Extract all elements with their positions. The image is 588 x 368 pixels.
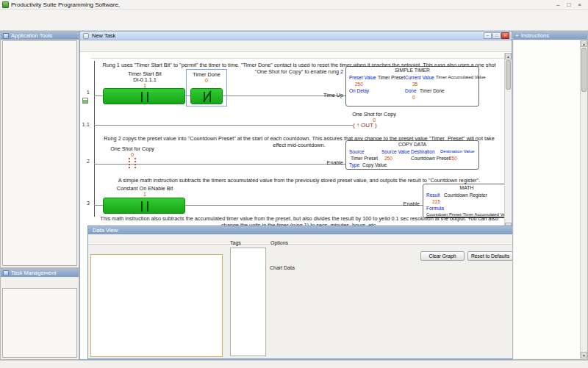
window-title: Productivity Suite Programming Software, [11, 1, 120, 8]
new-task-close-button[interactable]: × [501, 32, 509, 39]
copy-data-box[interactable]: COPY DATA Source Source Value Destinatio… [345, 140, 479, 170]
application-tools-title: Application Tools [11, 32, 52, 39]
data-view-panel: Data View Tags Options Clear Graph Reset… [87, 226, 513, 359]
options-label: Options [270, 240, 288, 245]
main-toolbar [0, 18, 588, 31]
contact-timer-done-value: 0 [187, 77, 226, 84]
nc-contact-timer-done[interactable] [190, 88, 223, 104]
simple-timer-box[interactable]: SIMPLE TIMER Preset Value Timer Preset C… [345, 66, 479, 107]
new-task-title: New Task [92, 32, 115, 39]
chart-data-label: Chart Data [270, 265, 295, 270]
ladder-toolbar [80, 40, 512, 52]
application-tools-panel: Application Tools [0, 31, 79, 268]
instructions-panel: + Instructions ▲ ▼ [512, 31, 588, 360]
no-contact-timer-start-bit[interactable] [103, 88, 185, 104]
trend-chart[interactable] [269, 272, 512, 358]
new-task-titlebar: New Task – □ × [80, 32, 512, 40]
data-view-title: Data View [93, 227, 118, 234]
reset-to-defaults-button[interactable]: Reset to Defaults [467, 251, 513, 261]
title-bar: Productivity Suite Programming Software,… [0, 0, 588, 10]
instructions-list [514, 40, 581, 358]
enable-label: Enable [301, 159, 343, 166]
task-management-toolbar [1, 277, 79, 287]
app-window: Productivity Suite Programming Software,… [0, 0, 588, 368]
edit-cursor-icon [82, 98, 88, 104]
data-view-titlebar: Data View [88, 226, 512, 234]
tags-list [230, 248, 266, 356]
document-icon [83, 33, 89, 39]
instructions-scrollbar[interactable]: ▲ ▼ [580, 40, 587, 358]
new-task-restore-button[interactable]: □ [492, 32, 501, 39]
status-bar [0, 360, 588, 368]
tags-label: Tags [230, 240, 241, 245]
panel-icon [3, 270, 9, 276]
clear-graph-button[interactable]: Clear Graph [420, 251, 465, 261]
data-view-toolbar [88, 234, 512, 245]
new-task-minimize-button[interactable]: – [484, 32, 492, 39]
contact-one-shot-value: 0 [96, 151, 169, 158]
rung-1-1-wire [94, 125, 353, 126]
task-tree [2, 288, 77, 358]
task-management-title: Task Management [11, 270, 56, 276]
task-management-panel: Task Management [0, 268, 79, 360]
no-contact-constant-on[interactable] [103, 198, 185, 214]
rung-1-1-number: 1.1 [80, 121, 90, 128]
maximize-button[interactable]: □ [567, 1, 570, 8]
task-management-header: Task Management [1, 269, 79, 277]
app-icon [2, 1, 9, 8]
math-box[interactable]: MATH Result Countdown Register 215 Formu… [423, 184, 505, 218]
ladder-editor[interactable]: 1 1.1 2 3 Rung 1 uses "Timer Start Bit" … [80, 59, 505, 230]
instructions-header: + Instructions [513, 32, 587, 40]
rung-1-number: 1 [80, 89, 90, 95]
copy-data-title: COPY DATA [346, 142, 478, 147]
instructions-title: Instructions [521, 32, 549, 39]
panel-icon [3, 33, 9, 39]
application-tools-header: Application Tools [1, 32, 79, 40]
rung-2-number: 2 [80, 158, 90, 165]
close-button[interactable]: × [578, 1, 581, 8]
time-up-label: Time Up [301, 92, 343, 98]
ladder-scrollbar[interactable]: ▲ ▼ [504, 53, 511, 229]
simple-timer-title: SIMPLE TIMER [346, 68, 478, 73]
rung-3-number: 3 [80, 200, 90, 206]
column-ruler [90, 53, 504, 59]
out-coil[interactable]: ( ↑ OUT ) [353, 122, 377, 129]
no-contact-one-shot[interactable] [129, 158, 130, 170]
minimize-button[interactable]: – [556, 1, 559, 8]
application-tools-tree [2, 40, 77, 266]
tag-table [90, 254, 223, 357]
left-power-rail [94, 61, 95, 217]
menu-bar [0, 10, 588, 18]
contact-constant-on-value: 1 [108, 191, 182, 198]
math-title: MATH [423, 185, 505, 190]
move-icon: + [515, 33, 519, 39]
enable-label: Enable [377, 201, 420, 207]
